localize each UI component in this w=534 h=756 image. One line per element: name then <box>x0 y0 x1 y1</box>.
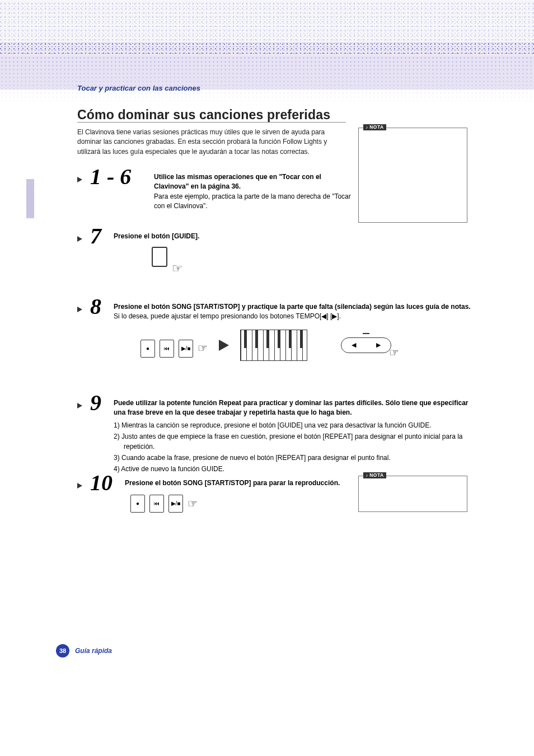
step-7: 7 Presione el botón [GUIDE]. ☞ <box>77 225 478 276</box>
step-1-6: 1 - 6 Utilice las mismas operaciones que… <box>77 166 357 212</box>
step-number: 9 <box>90 392 106 414</box>
intro-paragraph: El Clavinova tiene varias sesiones práct… <box>77 128 346 157</box>
rec-button-icon: ● <box>130 495 145 513</box>
page-number-badge: 38 <box>56 644 69 658</box>
step-number: 8 <box>90 295 106 318</box>
step-lead: Presione el botón SONG [START/STOP] para… <box>125 479 340 487</box>
section-tag: Tocar y practicar con las canciones <box>77 84 200 92</box>
step-number: 7 <box>90 225 106 247</box>
step-lead: Presione el botón [GUIDE]. <box>114 232 199 240</box>
play-button-icon: ▶/■ <box>179 340 193 358</box>
footer-label: Guía rápida <box>75 647 112 655</box>
play-button-icon: ▶/■ <box>168 495 183 513</box>
song-buttons: ● ⏮ ▶/■ ☞ <box>140 340 208 358</box>
rec-button-icon: ● <box>140 340 155 358</box>
header-dots <box>0 56 534 106</box>
step-number: 1 - 6 <box>90 166 146 188</box>
step-sub: Si lo desea, puede ajustar el tempo pres… <box>114 312 341 320</box>
top-button-icon: ⏮ <box>149 495 164 513</box>
side-tab <box>26 179 34 218</box>
guide-button-illustration: ☞ <box>152 247 185 276</box>
hand-icon: ☞ <box>389 345 399 361</box>
footer-dotline <box>119 650 534 651</box>
step-arrow-icon <box>77 403 82 408</box>
step-sub: Para este ejemplo, practica la parte de … <box>154 192 351 210</box>
page-title: Cómo dominar sus canciones preferidas <box>77 107 330 123</box>
title-rule <box>77 122 346 123</box>
step-lead: Puede utilizar la potente función Repeat… <box>114 399 469 416</box>
hand-icon: ☞ <box>188 496 198 512</box>
hand-icon: ☞ <box>172 260 183 278</box>
substep-3: 3) Cuando acabe la frase, presione de nu… <box>114 453 478 463</box>
step-arrow-icon <box>77 307 82 312</box>
page-footer: 38 Guía rápida <box>0 644 534 658</box>
note-box-2: NOTA <box>358 476 467 512</box>
step-9: 9 Puede utilizar la potente función Repe… <box>77 392 478 475</box>
step-substeps: 1) Mientras la canción se reproduce, pre… <box>114 420 478 474</box>
step-number: 10 <box>90 472 117 494</box>
step8-illustration-row: ● ⏮ ▶/■ ☞ ◀▶ ☞ <box>125 330 478 361</box>
arrow-right-icon <box>219 340 229 351</box>
hand-icon: ☞ <box>198 340 208 356</box>
step-8: 8 Presione el botón SONG [START/STOP] y … <box>77 295 478 361</box>
step-lead: Presione el botón SONG [START/STOP] y pr… <box>114 303 471 311</box>
substep-1: 1) Mientras la canción se reproduce, pre… <box>114 420 478 430</box>
header-texture <box>0 0 534 56</box>
note-box-1: NOTA <box>358 128 467 223</box>
step-arrow-icon <box>77 236 82 242</box>
tempo-control-illustration: ◀▶ ☞ <box>341 337 391 353</box>
step-arrow-icon <box>77 483 82 489</box>
step-arrow-icon <box>77 177 82 182</box>
top-button-icon: ⏮ <box>160 340 174 358</box>
step-lead: Utilice las mismas operaciones que en "T… <box>154 173 321 190</box>
note-label: NOTA <box>363 124 386 130</box>
note-label: NOTA <box>363 472 386 478</box>
substep-2: 2) Justo antes de que empiece la frase e… <box>114 431 478 452</box>
keyboard-illustration <box>240 330 307 361</box>
